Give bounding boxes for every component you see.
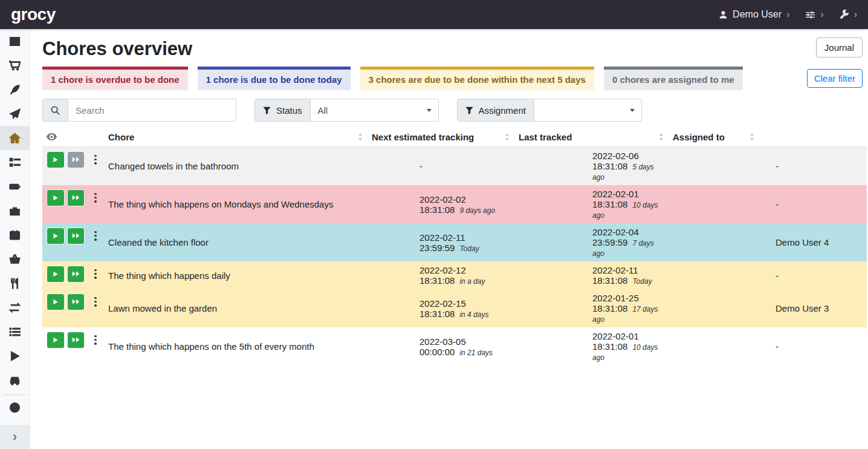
select-caret-icon (427, 109, 432, 112)
sidebar-item-purchases[interactable] (0, 247, 30, 271)
calendar-icon (9, 229, 21, 241)
skip-button[interactable] (67, 266, 85, 283)
next-tracking-value: - (419, 161, 423, 171)
skip-button[interactable] (67, 189, 85, 206)
column-visibility-header[interactable] (42, 129, 104, 147)
select-caret-icon (630, 109, 635, 112)
row-menu-button[interactable] (92, 152, 99, 166)
play-icon (9, 350, 21, 362)
sidebar-item-equipment[interactable] (0, 198, 30, 223)
fast-forward-icon (72, 270, 80, 277)
sidebar-item-shopping-list[interactable] (0, 53, 30, 77)
header-chore[interactable]: Chore (104, 129, 368, 147)
sidebar-item-meal-plan[interactable] (0, 102, 30, 126)
table-row: The thing which happens daily 2022-02-12… (42, 261, 867, 289)
skip-button[interactable] (67, 228, 85, 244)
assigned-to-value: - (669, 185, 867, 223)
skip-button[interactable] (67, 332, 85, 349)
fast-forward-icon (72, 298, 80, 305)
exchange-arrows-icon (9, 302, 21, 313)
car-icon (9, 375, 21, 386)
sidebar-item-feedback[interactable] (0, 395, 30, 419)
next-tracking-value: 2022-02-11 23:59:59 (419, 232, 465, 253)
page-header: Chores overview Journal (42, 38, 863, 60)
briefcase-icon (9, 205, 21, 217)
chore-name: The thing which happens daily (104, 261, 368, 289)
play-icon (52, 298, 59, 306)
fast-forward-icon (72, 232, 80, 239)
sidebar-item-calendar[interactable] (0, 223, 30, 247)
header-next-estimated-tracking[interactable]: Next estimated tracking (368, 129, 514, 147)
sidebar-item-trips[interactable] (0, 368, 30, 392)
row-menu-button[interactable] (92, 295, 99, 309)
sort-icon (659, 133, 664, 141)
table-row: The thing which happens on Mondays and W… (42, 185, 867, 223)
table-header-row: Chore Next estimated tracking Last track… (42, 129, 867, 147)
banner-assigned-to-me[interactable]: 0 chores are assigned to me (604, 67, 743, 90)
next-tracking-relative: Today (459, 244, 479, 253)
admin-menu[interactable]: › (840, 10, 857, 19)
track-execution-button[interactable] (47, 151, 65, 168)
track-execution-button[interactable] (47, 266, 65, 283)
track-execution-button[interactable] (47, 228, 65, 244)
sidebar-item-tasks[interactable] (0, 150, 30, 174)
table-grid-icon (9, 36, 21, 47)
search-input[interactable] (68, 99, 236, 122)
clear-filter-button[interactable]: Clear filter (807, 69, 863, 88)
feather-icon (9, 84, 21, 96)
user-icon (719, 10, 728, 19)
row-menu-button[interactable] (92, 229, 99, 243)
assignment-select[interactable] (534, 99, 642, 122)
fast-forward-icon (72, 194, 80, 201)
assigned-to-value: - (669, 261, 867, 289)
track-execution-button[interactable] (47, 332, 65, 349)
status-select[interactable]: All (311, 99, 439, 122)
top-navbar: grocy Demo User › › › (0, 0, 868, 29)
sidebar-item-transfers[interactable] (0, 295, 30, 320)
sidebar-item-consume[interactable] (0, 271, 30, 295)
settings-menu[interactable]: › (805, 10, 823, 19)
next-tracking-relative: 9 days ago (459, 206, 495, 215)
row-menu-button[interactable] (92, 267, 99, 281)
header-assigned-to[interactable]: Assigned to (669, 129, 867, 147)
shopping-basket-icon (9, 254, 21, 265)
row-menu-button[interactable] (92, 333, 99, 347)
skip-button[interactable] (67, 293, 85, 310)
table-row: The thing which happens on the 5th of ev… (42, 327, 867, 365)
last-tracked-value: 2022-02-11 18:31:08 (592, 265, 638, 286)
chore-name: Lawn mowed in the garden (104, 289, 368, 327)
battery-icon (9, 181, 21, 192)
sidebar-item-stock-entries[interactable] (0, 320, 30, 344)
banner-due-today[interactable]: 1 chore is due to be done today (198, 67, 351, 90)
play-icon (52, 270, 59, 278)
skip-button[interactable] (67, 151, 85, 168)
sidebar-item-stock[interactable] (0, 29, 30, 53)
sidebar-item-quick-actions[interactable] (0, 344, 30, 368)
sidebar-item-chores-overview[interactable] (0, 126, 30, 150)
sidebar-item-batteries[interactable] (0, 174, 30, 198)
journal-button[interactable]: Journal (816, 38, 863, 57)
fast-forward-icon (72, 336, 80, 343)
banner-overdue[interactable]: 1 chore is overdue to be done (42, 67, 188, 90)
main-content: Chores overview Journal 1 chore is overd… (30, 29, 868, 449)
search-group (42, 99, 236, 122)
track-execution-button[interactable] (47, 293, 65, 310)
row-menu-button[interactable] (92, 191, 99, 205)
sort-icon (750, 133, 754, 141)
track-execution-button[interactable] (47, 189, 65, 206)
assignment-filter-label: Assignment (457, 99, 534, 122)
chevron-right-icon: › (820, 10, 823, 19)
next-tracking-relative: in a day (459, 277, 485, 286)
sidebar-item-recipes[interactable] (0, 77, 30, 102)
sort-icon (505, 133, 510, 141)
user-menu[interactable]: Demo User › (719, 9, 789, 20)
banner-due-soon[interactable]: 3 chores are due to be done within the n… (360, 67, 594, 90)
brand-logo[interactable]: grocy (11, 5, 56, 24)
status-select-value: All (318, 105, 328, 116)
chore-name: The thing which happens on Mondays and W… (104, 185, 368, 223)
sidebar-expand-toggle[interactable]: › (0, 425, 30, 449)
filter-bar: Status All Assignment (42, 99, 863, 122)
chore-name: Cleaned the kitchen floor (104, 223, 368, 261)
expand-chevron-icon: › (13, 429, 17, 445)
header-last-tracked[interactable]: Last tracked (514, 129, 669, 147)
